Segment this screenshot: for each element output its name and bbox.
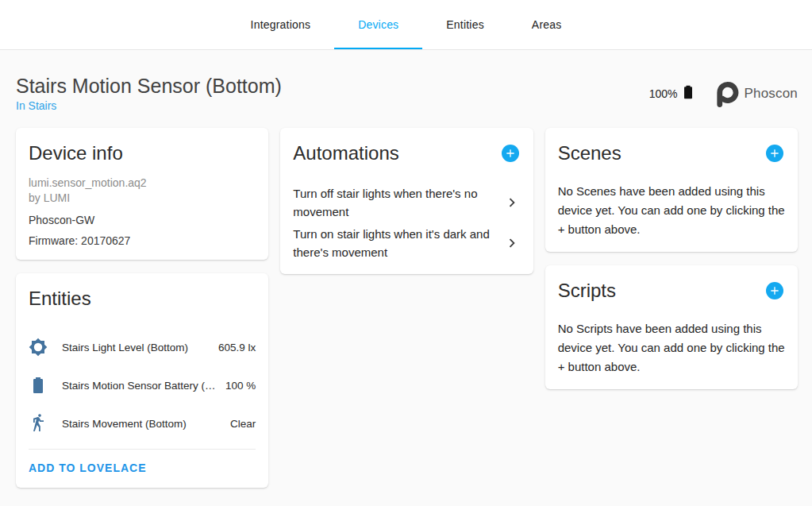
entities-card-actions: Add to Lovelace bbox=[16, 450, 268, 488]
entities-card: Entities Stairs Light Level (Bottom) 605… bbox=[16, 273, 268, 488]
device-hub: Phoscon-GW bbox=[29, 214, 256, 226]
plus-icon bbox=[504, 147, 517, 160]
device-info-card: Device info lumi.sensor_motion.aq2 by LU… bbox=[16, 128, 268, 260]
chevron-right-icon bbox=[503, 194, 521, 211]
walk-icon bbox=[29, 414, 48, 433]
tab-areas[interactable]: Areas bbox=[508, 0, 586, 49]
battery-icon bbox=[29, 376, 48, 395]
chevron-right-icon bbox=[503, 234, 521, 252]
automations-title: Automations bbox=[293, 141, 398, 165]
scripts-card: Scripts No Scripts have been added using… bbox=[545, 265, 798, 389]
automation-label: Turn off stair lights when there's no mo… bbox=[293, 184, 496, 221]
add-script-button[interactable] bbox=[766, 282, 783, 299]
page-header-left: Stairs Motion Sensor (Bottom) In Stairs bbox=[16, 74, 282, 113]
device-manufacturer: by LUMI bbox=[29, 191, 256, 206]
entity-row-movement[interactable]: Stairs Movement (Bottom) Clear bbox=[29, 404, 256, 442]
scenes-empty-text: No Scenes have been added using this dev… bbox=[558, 182, 785, 239]
entity-rows: Stairs Light Level (Bottom) 605.9 lx Sta… bbox=[29, 328, 256, 442]
automation-row[interactable]: Turn on stair lights when it's dark and … bbox=[293, 225, 520, 261]
device-info-title: Device info bbox=[29, 141, 256, 165]
phoscon-logo[interactable]: Phoscon bbox=[712, 79, 798, 109]
device-model: lumi.sensor_motion.aq2 bbox=[29, 176, 256, 191]
entity-state: Clear bbox=[230, 418, 256, 430]
device-page: Stairs Motion Sensor (Bottom) In Stairs … bbox=[0, 74, 812, 488]
tab-entities[interactable]: Entities bbox=[422, 0, 508, 49]
page-header: Stairs Motion Sensor (Bottom) In Stairs … bbox=[16, 74, 798, 113]
scripts-empty-text: No Scripts have been added using this de… bbox=[558, 319, 785, 377]
entity-name: Stairs Movement (Bottom) bbox=[62, 418, 230, 430]
device-firmware: Firmware: 20170627 bbox=[29, 234, 256, 247]
automation-label: Turn on stair lights when it's dark and … bbox=[293, 225, 496, 261]
plus-icon bbox=[768, 147, 781, 160]
scenes-title: Scenes bbox=[558, 141, 622, 165]
automations-card: Automations Turn off stair lights when t… bbox=[280, 128, 533, 274]
tab-devices[interactable]: Devices bbox=[334, 0, 422, 49]
page-title: Stairs Motion Sensor (Bottom) bbox=[16, 74, 282, 98]
plus-icon bbox=[768, 284, 781, 297]
column-middle: Automations Turn off stair lights when t… bbox=[280, 128, 533, 274]
scripts-title: Scripts bbox=[558, 279, 616, 303]
add-scene-button[interactable] bbox=[766, 145, 783, 162]
entity-state: 100 % bbox=[225, 380, 256, 392]
entity-name: Stairs Light Level (Bottom) bbox=[62, 342, 218, 353]
column-left: Device info lumi.sensor_motion.aq2 by LU… bbox=[16, 128, 268, 488]
battery-percent: 100% bbox=[649, 87, 678, 100]
entity-name: Stairs Motion Sensor Battery (Bottom) bbox=[62, 380, 225, 392]
brightness-icon bbox=[29, 338, 48, 357]
battery-status: 100% bbox=[649, 84, 697, 103]
tab-integrations[interactable]: Integrations bbox=[227, 0, 335, 49]
battery-icon bbox=[680, 84, 696, 103]
entities-title: Entities bbox=[29, 287, 256, 311]
phoscon-logo-icon bbox=[712, 79, 741, 109]
automation-row[interactable]: Turn off stair lights when there's no mo… bbox=[293, 184, 520, 221]
top-tab-bar: Integrations Devices Entities Areas bbox=[0, 0, 812, 50]
entity-row-battery[interactable]: Stairs Motion Sensor Battery (Bottom) 10… bbox=[29, 366, 256, 404]
area-link[interactable]: In Stairs bbox=[16, 99, 56, 112]
phoscon-logo-text: Phoscon bbox=[744, 86, 798, 102]
page-header-right: 100% Phoscon bbox=[649, 79, 798, 109]
scenes-card: Scenes No Scenes have been added using t… bbox=[545, 128, 798, 252]
add-automation-button[interactable] bbox=[502, 145, 519, 162]
add-to-lovelace-button[interactable]: Add to Lovelace bbox=[29, 462, 147, 474]
entity-state: 605.9 lx bbox=[218, 342, 256, 353]
column-right: Scenes No Scenes have been added using t… bbox=[545, 128, 798, 389]
cards-board: Device info lumi.sensor_motion.aq2 by LU… bbox=[16, 128, 798, 488]
entity-row-light-level[interactable]: Stairs Light Level (Bottom) 605.9 lx bbox=[29, 328, 256, 366]
automation-rows: Turn off stair lights when there's no mo… bbox=[293, 184, 520, 261]
tabs: Integrations Devices Entities Areas bbox=[227, 0, 586, 49]
